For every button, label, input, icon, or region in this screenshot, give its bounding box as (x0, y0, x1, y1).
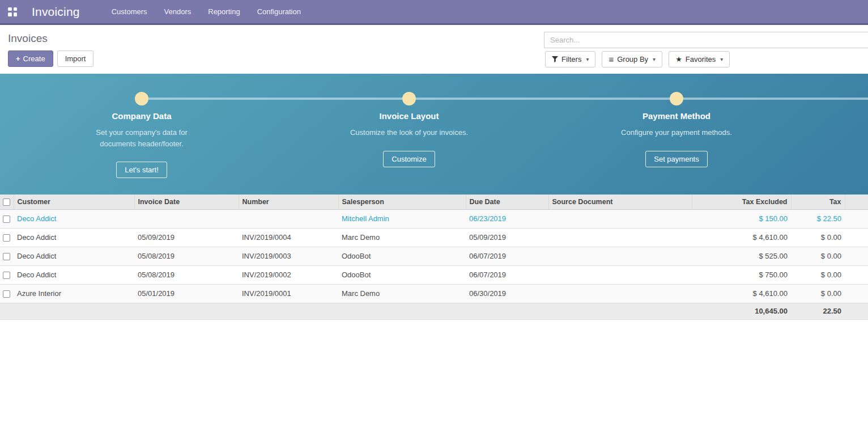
step-dot (402, 92, 416, 105)
row-checkbox[interactable] (3, 253, 10, 260)
cell-spacer (845, 209, 868, 228)
cell-due-date: 05/09/2019 (466, 228, 548, 247)
nav-item-configuration[interactable]: Configuration (257, 7, 301, 16)
group-by-button-label: Group By (617, 55, 648, 64)
plus-icon: + (16, 54, 20, 63)
cell-number: INV/2019/0001 (239, 284, 338, 303)
total-tax: 22.50 (791, 303, 845, 319)
app-title: Invoicing (32, 5, 80, 19)
header-salesperson[interactable]: Salesperson (338, 195, 466, 209)
cell-source-document (548, 284, 692, 303)
progress-line (142, 98, 868, 100)
cell-salesperson: Mitchell Admin (338, 209, 466, 228)
chevron-down-icon: ▾ (720, 56, 723, 62)
cell-tax-excluded: $ 4,610.00 (692, 284, 791, 303)
cell-tax-excluded: $ 750.00 (692, 265, 791, 284)
cell-tax: $ 0.00 (791, 284, 845, 303)
create-button-label: Create (23, 54, 45, 63)
nav-item-customers[interactable]: Customers (112, 7, 147, 16)
lets-start-button[interactable]: Let's start! (116, 162, 167, 178)
cell-tax-excluded: $ 4,610.00 (692, 228, 791, 247)
apps-grid-square (14, 7, 18, 11)
apps-grid-icon[interactable] (8, 7, 17, 16)
onboarding-step-company-data: Company Data Set your company's data for… (71, 111, 212, 178)
cell-customer: Deco Addict (14, 228, 134, 247)
chevron-down-icon: ▾ (586, 56, 589, 62)
step-title: Invoice Layout (338, 111, 480, 121)
cell-tax: $ 0.00 (791, 247, 845, 265)
table-row[interactable]: Deco Addict 05/08/2019 INV/2019/0003 Odo… (0, 247, 868, 265)
row-checkbox[interactable] (3, 215, 10, 223)
row-checkbox[interactable] (3, 272, 10, 279)
filters-button-label: Filters (561, 55, 581, 64)
cell-source-document (548, 209, 692, 228)
cell-spacer (845, 228, 868, 247)
import-button[interactable]: Import (57, 50, 94, 67)
cell-number: INV/2019/0003 (239, 247, 338, 265)
nav-item-vendors[interactable]: Vendors (164, 7, 192, 16)
nav-item-reporting[interactable]: Reporting (208, 7, 240, 16)
filters-button[interactable]: Filters ▾ (545, 51, 595, 67)
favorites-button[interactable]: ★ Favorites ▾ (669, 51, 730, 67)
row-checkbox[interactable] (3, 234, 10, 242)
table-row[interactable]: Deco Addict Mitchell Admin 06/23/2019 $ … (0, 209, 868, 228)
cell-invoice-date: 05/08/2019 (134, 265, 239, 284)
header-spacer (845, 195, 868, 209)
cell-customer: Deco Addict (14, 247, 134, 265)
top-navbar: Invoicing Customers Vendors Reporting Co… (0, 0, 868, 25)
table-row[interactable]: Deco Addict 05/09/2019 INV/2019/0004 Mar… (0, 228, 868, 247)
header-tax-excluded[interactable]: Tax Excluded (692, 195, 791, 209)
header-tax[interactable]: Tax (791, 195, 845, 209)
invoices-table: Customer Invoice Date Number Salesperson… (0, 195, 868, 320)
onboarding-step-payment-method: Payment Method Configure your payment me… (606, 111, 747, 167)
table-row[interactable]: Azure Interior 05/01/2019 INV/2019/0001 … (0, 284, 868, 303)
table-row[interactable]: Deco Addict 05/08/2019 INV/2019/0002 Odo… (0, 265, 868, 284)
create-button[interactable]: +Create (8, 50, 53, 67)
cell-spacer (845, 265, 868, 284)
set-payments-button[interactable]: Set payments (645, 151, 708, 167)
header-source-document[interactable]: Source Document (548, 195, 692, 209)
cell-salesperson: OdooBot (338, 247, 466, 265)
cell-number (239, 209, 338, 228)
cell-customer: Deco Addict (14, 265, 134, 284)
header-invoice-date[interactable]: Invoice Date (134, 195, 239, 209)
onboarding-banner: Company Data Set your company's data for… (0, 74, 868, 195)
header-customer[interactable]: Customer (14, 195, 134, 209)
cell-source-document (548, 247, 692, 265)
cell-salesperson: OdooBot (338, 265, 466, 284)
star-icon: ★ (675, 55, 682, 64)
cell-tax: $ 22.50 (791, 209, 845, 228)
search-input[interactable] (544, 32, 868, 48)
header-due-date[interactable]: Due Date (466, 195, 548, 209)
apps-grid-square (8, 12, 12, 16)
onboarding-step-invoice-layout: Invoice Layout Customize the look of you… (338, 111, 480, 167)
cell-salesperson: Marc Demo (338, 228, 466, 247)
cell-due-date: 06/07/2019 (466, 265, 548, 284)
step-description: Customize the look of your invoices. (349, 127, 469, 138)
step-description: Configure your payment methods. (616, 127, 737, 138)
header-number[interactable]: Number (239, 195, 338, 209)
total-tax-excluded: 10,645.00 (692, 303, 791, 319)
step-title: Company Data (71, 111, 212, 121)
cell-source-document (548, 265, 692, 284)
cell-customer: Deco Addict (14, 209, 134, 228)
cell-spacer (845, 247, 868, 265)
group-by-button[interactable]: ≡ Group By ▾ (602, 51, 662, 67)
chevron-down-icon: ▾ (653, 56, 656, 62)
cell-salesperson: Marc Demo (338, 284, 466, 303)
row-checkbox[interactable] (3, 290, 10, 298)
apps-grid-square (8, 7, 12, 11)
cell-tax-excluded: $ 150.00 (692, 209, 791, 228)
step-description: Set your company's data for documents he… (82, 127, 202, 149)
customize-button[interactable]: Customize (383, 151, 435, 167)
select-all-checkbox[interactable] (3, 198, 10, 206)
cell-tax-excluded: $ 525.00 (692, 247, 791, 265)
cell-due-date: 06/07/2019 (466, 247, 548, 265)
cell-customer: Azure Interior (14, 284, 134, 303)
control-panel: Invoices +Create Import Filters ▾ ≡ Grou… (0, 25, 868, 74)
cell-due-date: 06/30/2019 (466, 284, 548, 303)
step-dot (135, 92, 148, 105)
cell-invoice-date: 05/09/2019 (134, 228, 239, 247)
cell-due-date: 06/23/2019 (466, 209, 548, 228)
cell-invoice-date: 05/01/2019 (134, 284, 239, 303)
